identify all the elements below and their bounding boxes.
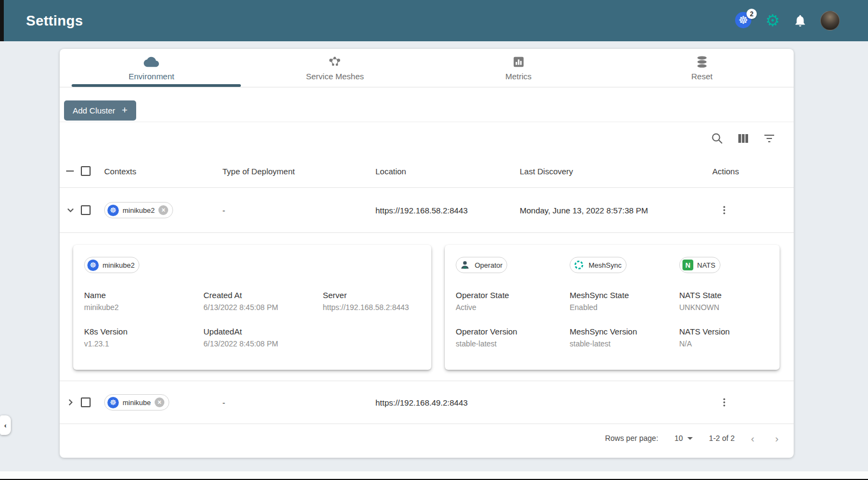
- search-icon[interactable]: [710, 131, 724, 146]
- database-icon: [695, 55, 709, 69]
- field-value: minikube2: [84, 303, 203, 312]
- settings-gear-icon[interactable]: ⚙: [765, 12, 780, 29]
- field-value: Active: [456, 303, 570, 312]
- field-value: stable-latest: [570, 339, 679, 348]
- field-value: 6/13/2022 8:45:08 PM: [203, 339, 323, 348]
- context-chip-minikube2[interactable]: ☸ minikube2 ×: [104, 202, 173, 218]
- field-value: UNKNOWN: [679, 303, 769, 312]
- field-updated-at: UpdatedAt 6/13/2022 8:45:08 PM: [203, 327, 323, 348]
- field-label: Server: [323, 290, 420, 300]
- remove-context-icon[interactable]: ×: [155, 397, 164, 407]
- field-label: UpdatedAt: [203, 327, 323, 336]
- field-created-at: Created At 6/13/2022 8:45:08 PM: [203, 290, 323, 312]
- field-server: Server https://192.168.58.2:8443: [323, 290, 420, 312]
- column-header-location[interactable]: Location: [375, 167, 406, 176]
- field-label: MeshSync Version: [570, 327, 679, 336]
- nats-chip-label: NATS: [697, 261, 716, 269]
- column-header-contexts[interactable]: Contexts: [104, 167, 136, 176]
- tab-environment-label: Environment: [129, 72, 174, 81]
- previous-page-icon[interactable]: ‹: [751, 433, 754, 444]
- field-label: K8s Version: [84, 327, 203, 336]
- add-cluster-label: Add Cluster: [73, 106, 115, 115]
- column-header-actions: Actions: [712, 167, 739, 176]
- field-value: https://192.168.58.2:8443: [323, 303, 420, 312]
- meshsync-chip-label: MeshSync: [589, 261, 622, 269]
- field-value: Enabled: [570, 303, 679, 312]
- operator-chip-label: Operator: [475, 261, 502, 269]
- cluster-fields: Name minikube2 Created At 6/13/2022 8:45…: [84, 290, 420, 348]
- tab-reset-label: Reset: [691, 72, 712, 81]
- expand-row-icon[interactable]: [66, 398, 75, 407]
- location-value: https://192.168.58.2:8443: [375, 206, 468, 215]
- table-header-row: Contexts Type of Deployment Location Las…: [60, 155, 794, 187]
- cluster-detail-card: ☸ minikube2 Name minikube2 Created At 6/…: [73, 245, 431, 370]
- plus-icon: +: [122, 105, 127, 116]
- kubernetes-icon: ☸: [87, 260, 99, 271]
- row-checkbox[interactable]: [81, 397, 91, 407]
- pagination-range: 1-2 of 2: [709, 434, 735, 443]
- field-label: NATS Version: [679, 327, 769, 336]
- caret-down-icon: [687, 437, 693, 440]
- page-title: Settings: [26, 12, 83, 29]
- nats-icon: N: [682, 260, 693, 270]
- row-checkbox[interactable]: [81, 205, 91, 215]
- rows-per-page-select[interactable]: 10: [674, 434, 693, 443]
- nats-chip[interactable]: N NATS: [679, 257, 720, 273]
- field-operator-state: Operator State Active: [456, 290, 570, 312]
- column-header-type[interactable]: Type of Deployment: [222, 167, 295, 176]
- row-actions-menu-icon[interactable]: [719, 397, 730, 408]
- user-avatar[interactable]: [820, 11, 840, 30]
- next-page-icon[interactable]: ›: [775, 433, 778, 444]
- table-pagination: Rows per page: 10 1-2 of 2 ‹ ›: [60, 424, 794, 458]
- settings-tabs: Environment Service Meshes Metrics: [60, 49, 794, 87]
- cluster-chip-minikube2: ☸ minikube2: [84, 257, 139, 273]
- collapse-all-icon[interactable]: [66, 170, 74, 172]
- tab-environment[interactable]: Environment: [60, 49, 243, 87]
- operator-chip[interactable]: Operator: [456, 257, 507, 273]
- field-label: Created At: [203, 290, 323, 300]
- app-header: Settings ☸ 2 ⚙: [0, 0, 868, 41]
- field-value: stable-latest: [456, 339, 570, 348]
- add-cluster-button[interactable]: Add Cluster +: [64, 100, 136, 121]
- tab-metrics-label: Metrics: [505, 72, 531, 81]
- tab-reset[interactable]: Reset: [610, 49, 794, 87]
- kubernetes-context-count-badge: 2: [746, 9, 757, 19]
- table-row-minikube2: ☸ minikube2 × - https://192.168.58.2:844…: [60, 187, 794, 232]
- meshsync-chip[interactable]: MeshSync: [570, 257, 627, 273]
- table-row-minikube: ☸ minikube × - https://192.168.49.2:8443: [60, 381, 794, 424]
- cloud-icon: [144, 55, 159, 69]
- select-all-checkbox[interactable]: [81, 166, 91, 176]
- field-label: NATS State: [679, 290, 769, 300]
- remove-context-icon[interactable]: ×: [158, 205, 168, 215]
- column-header-last-discovery[interactable]: Last Discovery: [520, 167, 573, 176]
- field-operator-version: Operator Version stable-latest: [456, 327, 570, 348]
- field-nats-state: NATS State UNKNOWN: [679, 290, 769, 312]
- context-chip-minikube[interactable]: ☸ minikube ×: [104, 394, 169, 410]
- field-label: Name: [84, 290, 203, 300]
- meshery-settings-page: Settings ☸ 2 ⚙ Environment: [0, 0, 868, 480]
- field-label: Operator State: [456, 290, 570, 300]
- tab-service-meshes[interactable]: Service Meshes: [243, 49, 426, 87]
- active-tab-indicator: [72, 84, 241, 87]
- kubernetes-icon: ☸: [107, 397, 119, 408]
- field-label: Operator Version: [456, 327, 570, 336]
- left-edge-strip: [0, 0, 4, 41]
- table-toolbar: [60, 122, 794, 155]
- sidebar-expand-handle[interactable]: ‹: [0, 415, 11, 435]
- view-columns-icon[interactable]: [736, 131, 750, 146]
- field-meshsync-state: MeshSync State Enabled: [570, 290, 679, 312]
- field-value: v1.23.1: [84, 339, 203, 348]
- operator-chips-row: Operator MeshSync N: [456, 257, 769, 273]
- notifications-bell-icon[interactable]: [793, 14, 807, 28]
- bar-chart-icon: [513, 55, 525, 69]
- row-actions-menu-icon[interactable]: [719, 205, 730, 216]
- bottom-strip: [0, 471, 868, 479]
- collapse-row-icon[interactable]: [66, 206, 75, 214]
- settings-panel: Environment Service Meshes Metrics: [60, 49, 794, 458]
- filter-icon[interactable]: [762, 131, 776, 146]
- tab-metrics[interactable]: Metrics: [427, 49, 610, 87]
- operator-fields: Operator State Active MeshSync State Ena…: [456, 290, 769, 348]
- context-chip-label: minikube: [123, 399, 151, 407]
- kubernetes-contexts-button[interactable]: ☸ 2: [735, 12, 752, 29]
- field-name: Name minikube2: [84, 290, 203, 312]
